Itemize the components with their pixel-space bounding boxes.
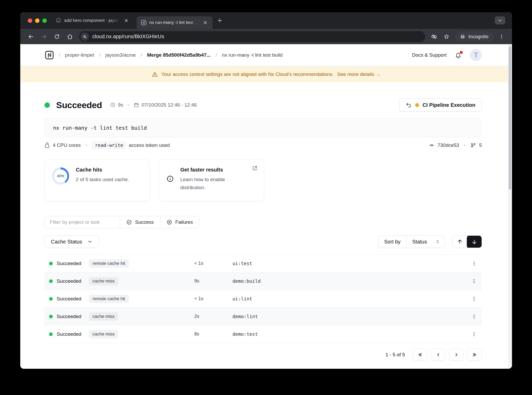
table-row[interactable]: Succeeded remote cache hit < 1s ui:test [44, 255, 482, 272]
breadcrumb-run[interactable]: nx run-many -t lint test build [222, 52, 282, 58]
kebab-menu-icon[interactable] [469, 294, 479, 304]
cache-status-badge: cache miss [89, 330, 118, 338]
branch-icon [470, 142, 476, 148]
kebab-menu-icon[interactable] [469, 276, 479, 286]
pagination: 1 - 5 of 5 [44, 348, 482, 361]
docs-support-link[interactable]: Docs & Support [412, 52, 447, 58]
first-page-button[interactable] [413, 348, 427, 361]
row-task[interactable]: ui:test [232, 261, 467, 266]
table-row[interactable]: Succeeded cache miss 2s demo:lint [44, 308, 482, 325]
home-icon[interactable] [64, 31, 76, 42]
run-status: Succeeded [56, 100, 102, 110]
prev-page-button[interactable] [431, 348, 445, 361]
breadcrumb-commit[interactable]: Merge 85d500f42d5a9b47... [147, 52, 211, 58]
breadcrumb: / proper-limpet / jaysoo3/acme / Merge 8… [45, 51, 283, 60]
external-link-icon[interactable] [252, 165, 258, 171]
notification-dot [460, 51, 463, 54]
kebab-menu-icon[interactable] [469, 329, 479, 339]
run-details: Succeeded 9s 07/10/2025 12:46 - 12:46 [20, 98, 512, 361]
cache-card-title: Cache hits [76, 167, 129, 173]
table-row[interactable]: Succeeded cache miss 8s demo:test [44, 325, 482, 343]
eye-off-icon[interactable] [428, 31, 440, 42]
menu-icon[interactable] [496, 31, 507, 42]
check-circle-icon [126, 219, 132, 225]
browser-toolbar: cloud.nx.app/runs/BkIXGHIeUs Incognito [20, 29, 512, 44]
sort-descending-button[interactable] [467, 235, 482, 248]
minimize-window-button[interactable] [35, 18, 39, 23]
filter-input[interactable] [45, 216, 120, 228]
tab-search-button[interactable] [495, 16, 505, 24]
banner-details-link[interactable]: See more details → [337, 71, 381, 77]
separator-dot [464, 144, 466, 146]
close-icon[interactable] [202, 19, 209, 26]
failures-filter-button[interactable]: Failures [160, 216, 199, 228]
warning-icon [152, 71, 158, 77]
access-control-banner: Your access control settings are not ali… [20, 66, 512, 82]
table-row[interactable]: Succeeded remote cache hit < 1s ui:lint [44, 290, 482, 308]
kebab-menu-icon[interactable] [469, 258, 479, 269]
kebab-menu-icon[interactable] [469, 311, 479, 322]
row-task[interactable]: demo:test [232, 331, 467, 337]
incognito-label: Incognito [468, 34, 488, 40]
commit-sha[interactable]: 730dce53 [437, 142, 459, 148]
breadcrumb-repo[interactable]: jaysoo3/acme [105, 52, 136, 58]
url-bar[interactable]: cloud.nx.app/runs/BkIXGHIeUs [79, 31, 425, 42]
reload-icon[interactable] [51, 31, 63, 42]
select-chevrons-icon [435, 239, 440, 244]
faster-results-card[interactable]: Get faster results Learn how to enable d… [159, 159, 264, 201]
table-row[interactable]: Succeeded cache miss 9s demo:build [44, 272, 482, 290]
back-icon[interactable] [25, 31, 37, 42]
nx-logo[interactable] [45, 51, 54, 60]
close-window-button[interactable] [28, 18, 32, 23]
page-content: / proper-limpet / jaysoo3/acme / Merge 8… [20, 44, 512, 369]
tab-title: nx run-many -t lint test ... from [149, 20, 199, 25]
browser-window: add hero component · jaysoo3 nx run-many… [20, 12, 512, 369]
filter-row: Success Failures [44, 216, 482, 228]
access-token-suffix: access token used [129, 142, 170, 148]
notifications-button[interactable] [455, 52, 462, 58]
forward-icon[interactable] [38, 31, 50, 42]
breadcrumb-workspace[interactable]: proper-limpet [65, 52, 94, 58]
tab-nx-run[interactable]: nx run-many -t lint test ... from [137, 16, 212, 29]
close-icon[interactable] [123, 17, 130, 24]
run-command: nx run-many -t lint test build [53, 125, 147, 131]
row-task[interactable]: demo:lint [232, 314, 467, 319]
tab-github-pr[interactable]: add hero component · jaysoo3 [52, 17, 133, 24]
vcs-info: 730dce53 5 [429, 142, 482, 148]
sort-ascending-button[interactable] [453, 236, 467, 248]
cache-status-badge: remote cache hit [89, 259, 129, 268]
bookmark-star-icon[interactable] [441, 31, 452, 42]
new-tab-button[interactable] [216, 17, 223, 24]
cache-card-subtitle: 2 of 5 tasks used cache. [76, 175, 129, 183]
last-page-button[interactable] [467, 348, 482, 361]
row-task[interactable]: demo:build [232, 278, 467, 284]
pagination-label: 1 - 5 of 5 [385, 352, 405, 358]
ci-pipeline-button[interactable]: CI Pipeline Execution [399, 98, 482, 111]
separator-dot [86, 144, 87, 146]
row-duration: 2s [194, 314, 232, 319]
command-box: nx run-many -t lint test build [44, 118, 482, 137]
site-info-icon[interactable] [81, 32, 89, 41]
sort-by-label: Sort by [378, 236, 406, 248]
info-icon [166, 175, 180, 192]
sort-select[interactable]: Status [406, 236, 445, 248]
zoom-window-button[interactable] [42, 18, 47, 23]
sort-controls: Sort by Status [378, 235, 482, 248]
incognito-badge[interactable]: Incognito [455, 31, 493, 42]
separator-dot [128, 104, 129, 106]
cache-progress-ring: 40% [52, 167, 69, 185]
next-page-button[interactable] [449, 348, 464, 361]
linux-icon [44, 142, 50, 148]
scrollbar-thumb[interactable] [509, 46, 511, 190]
branch-count: 5 [479, 142, 482, 148]
summary-cards: 40% Cache hits 2 of 5 tasks used cache. [44, 159, 482, 201]
status-dot [49, 262, 53, 265]
url-text: cloud.nx.app/runs/BkIXGHIeUs [92, 34, 164, 40]
row-status-label: Succeeded [57, 331, 81, 337]
cache-status-dropdown[interactable]: Cache Status [44, 235, 99, 248]
page-scrollbar[interactable] [508, 44, 512, 369]
row-task[interactable]: ui:lint [232, 296, 467, 301]
avatar[interactable]: T [470, 49, 482, 61]
table-controls: Cache Status Sort by Status [44, 235, 482, 248]
success-filter-button[interactable]: Success [120, 216, 160, 228]
